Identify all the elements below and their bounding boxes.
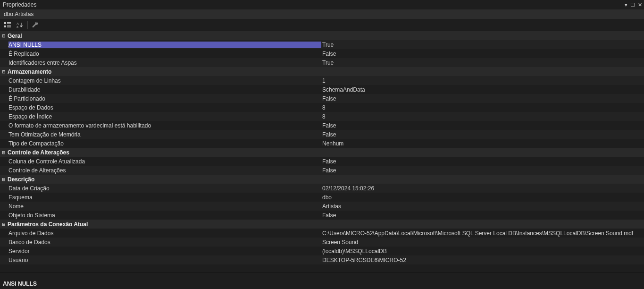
- property-row[interactable]: O formato de armazenamento vardecimal es…: [0, 121, 644, 130]
- property-row[interactable]: NomeArtistas: [0, 202, 644, 211]
- property-name: Espaço de Dados: [8, 104, 321, 111]
- svg-rect-2: [7, 23, 11, 24]
- property-row[interactable]: ANSI NULLSTrue: [0, 40, 644, 49]
- svg-text:Z: Z: [17, 25, 18, 29]
- property-value[interactable]: SchemaAndData: [321, 86, 644, 93]
- property-value[interactable]: Screen Sound: [321, 239, 644, 246]
- property-row[interactable]: Espaço de Dados8: [0, 103, 644, 112]
- property-pages-button[interactable]: [31, 20, 40, 30]
- property-name: Usuário: [8, 257, 321, 264]
- property-name: Tipo de Compactação: [8, 140, 321, 147]
- property-row[interactable]: Coluna de Controle AtualizadaFalse: [0, 157, 644, 166]
- property-name: Identificadores entre Aspas: [8, 60, 321, 66]
- property-row[interactable]: Tipo de CompactaçãoNenhum: [0, 139, 644, 148]
- property-value[interactable]: False: [321, 95, 644, 102]
- property-name: Coluna de Controle Atualizada: [8, 158, 321, 165]
- property-value[interactable]: 8: [321, 104, 644, 111]
- collapse-icon[interactable]: ⊟: [0, 222, 8, 227]
- property-row[interactable]: Banco de DadosScreen Sound: [0, 238, 644, 246]
- property-row[interactable]: É ReplicadoFalse: [0, 49, 644, 58]
- alphabetical-icon: A Z: [16, 21, 24, 29]
- properties-toolbar: A Z: [0, 19, 644, 31]
- property-row[interactable]: UsuárioDESKTOP-5RGSDE6\MICRO-52: [0, 255, 644, 264]
- property-name: Banco de Dados: [8, 239, 321, 246]
- property-value[interactable]: Nenhum: [321, 140, 644, 147]
- property-value[interactable]: True: [321, 60, 644, 66]
- category-header[interactable]: ⊟Parâmetros da Conexão Atual: [0, 220, 644, 229]
- property-value[interactable]: True: [321, 42, 644, 48]
- property-row[interactable]: Identificadores entre AspasTrue: [0, 58, 644, 67]
- collapse-icon[interactable]: ⊟: [0, 69, 8, 74]
- property-name: Espaço de Índice: [8, 113, 321, 120]
- category-label: Geral: [8, 33, 22, 39]
- close-icon[interactable]: ✕: [638, 2, 642, 8]
- selected-property-name: ANSI NULLS: [3, 280, 641, 287]
- panel-title: Propriedades: [2, 1, 625, 8]
- description-pane: ANSI NULLS: [0, 272, 644, 289]
- property-value[interactable]: False: [321, 122, 644, 129]
- alphabetical-button[interactable]: A Z: [15, 20, 25, 30]
- dropdown-icon[interactable]: ▾: [625, 2, 627, 8]
- property-value[interactable]: False: [321, 212, 644, 219]
- wrench-icon: [32, 21, 39, 29]
- property-value[interactable]: C:\Users\MICRO-52\AppData\Local\Microsof…: [321, 230, 644, 237]
- property-value[interactable]: False: [321, 131, 644, 138]
- property-name: Data de Criação: [8, 185, 321, 192]
- property-grid[interactable]: ⊟GeralANSI NULLSTrueÉ ReplicadoFalseIden…: [0, 31, 644, 272]
- category-header[interactable]: ⊟Controle de Alterações: [0, 148, 644, 157]
- maximize-icon[interactable]: ☐: [630, 2, 635, 8]
- svg-rect-0: [4, 22, 6, 24]
- toolbar-separator: [27, 21, 28, 29]
- property-name: Servidor: [8, 248, 321, 255]
- panel-titlebar: Propriedades ▾ ☐ ✕: [0, 0, 644, 9]
- property-name: Tem Otimização de Memória: [8, 131, 321, 138]
- category-header[interactable]: ⊟Geral: [0, 31, 644, 40]
- property-name: Contagem de Linhas: [8, 77, 321, 84]
- property-row[interactable]: Data de Criação02/12/2024 15:02:26: [0, 184, 644, 193]
- collapse-icon[interactable]: ⊟: [0, 34, 8, 38]
- category-label: Armazenamento: [8, 68, 51, 75]
- property-row[interactable]: Esquemadbo: [0, 193, 644, 202]
- property-name: É Replicado: [8, 51, 321, 57]
- property-name: Nome: [8, 203, 321, 210]
- property-value[interactable]: 02/12/2024 15:02:26: [321, 185, 644, 192]
- property-row[interactable]: Controle de AlteraçõesFalse: [0, 166, 644, 175]
- property-name: ANSI NULLS: [8, 42, 321, 48]
- category-label: Parâmetros da Conexão Atual: [8, 221, 88, 228]
- property-name: Durabilidade: [8, 86, 321, 93]
- svg-rect-3: [4, 26, 6, 27]
- property-row[interactable]: Contagem de Linhas1: [0, 76, 644, 85]
- category-label: Controle de Alterações: [8, 149, 69, 156]
- object-name: dbo.Artistas: [4, 11, 33, 17]
- object-selector[interactable]: dbo.Artistas: [0, 9, 644, 19]
- property-row[interactable]: Espaço de Índice8: [0, 112, 644, 121]
- category-header[interactable]: ⊟Armazenamento: [0, 67, 644, 76]
- property-row[interactable]: É ParticionadoFalse: [0, 94, 644, 103]
- property-value[interactable]: False: [321, 158, 644, 165]
- property-row[interactable]: Arquivo de DadosC:\Users\MICRO-52\AppDat…: [0, 229, 644, 238]
- property-value[interactable]: (localdb)\MSSQLLocalDB: [321, 248, 644, 255]
- property-value[interactable]: 8: [321, 113, 644, 120]
- svg-rect-5: [7, 26, 11, 27]
- property-name: Arquivo de Dados: [8, 230, 321, 237]
- categorized-button[interactable]: [3, 20, 12, 30]
- property-row[interactable]: Tem Otimização de MemóriaFalse: [0, 130, 644, 139]
- property-value[interactable]: Artistas: [321, 203, 644, 210]
- svg-rect-4: [7, 26, 11, 26]
- collapse-icon[interactable]: ⊟: [0, 150, 8, 155]
- property-row[interactable]: DurabilidadeSchemaAndData: [0, 85, 644, 94]
- property-row[interactable]: Objeto do SistemaFalse: [0, 211, 644, 220]
- svg-rect-1: [7, 22, 11, 23]
- panel-window-controls: ▾ ☐ ✕: [625, 2, 642, 8]
- category-label: Descrição: [8, 176, 34, 183]
- property-name: Esquema: [8, 194, 321, 201]
- property-value[interactable]: False: [321, 167, 644, 174]
- property-value[interactable]: False: [321, 51, 644, 57]
- property-value[interactable]: dbo: [321, 194, 644, 201]
- category-header[interactable]: ⊟Descrição: [0, 175, 644, 184]
- collapse-icon[interactable]: ⊟: [0, 177, 8, 182]
- property-value[interactable]: DESKTOP-5RGSDE6\MICRO-52: [321, 257, 644, 264]
- property-value[interactable]: 1: [321, 77, 644, 84]
- property-row[interactable]: Servidor(localdb)\MSSQLLocalDB: [0, 246, 644, 255]
- property-name: O formato de armazenamento vardecimal es…: [8, 122, 321, 129]
